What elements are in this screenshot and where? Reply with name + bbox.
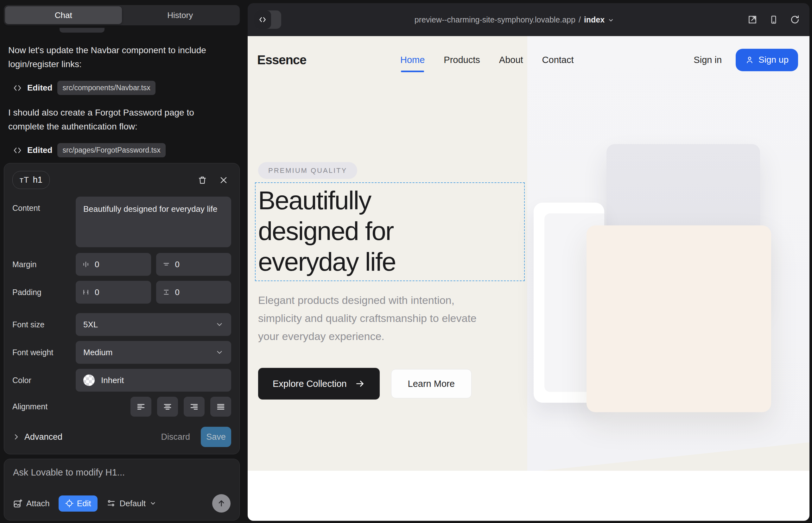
file-chip[interactable]: src/components/Navbar.tsx — [57, 81, 155, 95]
font-size-label: Font size — [12, 320, 76, 329]
align-justify-icon — [216, 402, 226, 412]
chevron-down-icon — [215, 320, 224, 329]
nav-link-contact[interactable]: Contact — [542, 55, 574, 65]
advanced-toggle[interactable]: Advanced — [12, 432, 161, 442]
padding-horizontal-icon — [82, 288, 90, 296]
refresh-icon — [790, 15, 800, 25]
color-label: Color — [12, 376, 76, 385]
explore-collection-button[interactable]: Explore Collection — [258, 368, 380, 399]
send-button[interactable] — [212, 494, 231, 512]
chevron-right-icon — [12, 433, 20, 441]
chevron-down-icon — [149, 500, 156, 507]
color-swatch-transparent — [83, 375, 95, 386]
site-viewport: Essence Home Products About Contact Sign… — [248, 36, 810, 521]
element-editor-panel: ᴛT h1 Content Beautifully designed for e… — [4, 163, 240, 454]
mobile-view-button[interactable] — [769, 15, 778, 25]
padding-y-input[interactable]: 0 — [156, 281, 231, 304]
tab-history[interactable]: History — [122, 6, 239, 24]
decorative-wedge — [541, 442, 810, 471]
margin-label: Margin — [12, 260, 76, 269]
code-view-toggle[interactable] — [254, 11, 281, 29]
open-in-new-tab-button[interactable] — [747, 15, 758, 25]
chat-composer: Attach Edit Default — [4, 459, 240, 521]
premium-quality-badge: PREMIUM QUALITY — [258, 162, 357, 179]
code-icon — [13, 146, 22, 155]
font-weight-label: Font weight — [12, 348, 76, 357]
font-weight-select[interactable]: Medium — [76, 341, 231, 364]
delete-element-button[interactable] — [198, 175, 207, 185]
edit-mode-button[interactable]: Edit — [58, 495, 98, 511]
nav-link-about[interactable]: About — [499, 55, 523, 65]
url-bar[interactable]: preview--charming-site-symphony.lovable.… — [281, 15, 747, 24]
align-center-icon — [163, 402, 172, 412]
discard-button[interactable]: Discard — [161, 432, 190, 442]
hero-section: Essence Home Products About Contact Sign… — [248, 36, 810, 471]
align-right-button[interactable] — [184, 397, 205, 417]
padding-x-input[interactable]: 0 — [76, 281, 151, 304]
content-label: Content — [12, 197, 76, 213]
align-left-button[interactable] — [130, 397, 152, 417]
scrolled-file-chip-partial — [59, 28, 105, 33]
edited-file-row: Edited src/pages/ForgotPassword.tsx — [13, 143, 240, 157]
nav-link-home[interactable]: Home — [400, 55, 425, 65]
external-link-icon — [747, 15, 758, 25]
target-icon — [65, 499, 74, 508]
alignment-label: Alignment — [12, 402, 76, 411]
code-icon — [13, 83, 22, 93]
attach-image-icon — [13, 499, 22, 508]
file-chip[interactable]: src/pages/ForgotPassword.tsx — [57, 143, 165, 157]
margin-x-input[interactable]: 0 — [76, 253, 151, 276]
close-editor-button[interactable] — [219, 176, 228, 184]
url-domain: preview--charming-site-symphony.lovable.… — [414, 15, 576, 24]
font-size-select[interactable]: 5XL — [76, 313, 231, 336]
chevron-down-icon — [608, 17, 614, 23]
preview-browser-frame: preview--charming-site-symphony.lovable.… — [248, 3, 810, 521]
align-left-icon — [136, 402, 146, 412]
chat-history-tabs: Chat History — [4, 5, 240, 25]
align-justify-button[interactable] — [210, 397, 231, 417]
arrow-up-icon — [217, 499, 226, 508]
chevron-down-icon — [215, 348, 224, 357]
hero-heading[interactable]: Beautifully designed for everyday life — [258, 185, 395, 277]
default-mode-button[interactable]: Default — [106, 499, 156, 508]
edited-label: Edited — [27, 83, 52, 93]
margin-horizontal-icon — [82, 260, 90, 268]
learn-more-button[interactable]: Learn More — [391, 369, 472, 398]
margin-vertical-icon — [162, 260, 170, 268]
chat-message: Now let's update the Navbar component to… — [8, 43, 224, 71]
code-icon — [254, 11, 271, 29]
sign-in-link[interactable]: Sign in — [693, 55, 722, 65]
close-icon — [219, 176, 228, 184]
composer-input[interactable] — [13, 467, 231, 478]
attach-button[interactable]: Attach — [13, 499, 50, 508]
decorative-card-peach — [586, 226, 771, 412]
color-select[interactable]: Inherit — [76, 369, 231, 392]
edited-label: Edited — [27, 145, 52, 155]
selected-element-pill[interactable]: ᴛT h1 — [12, 171, 50, 189]
hero-description: Elegant products designed with intention… — [258, 291, 499, 345]
padding-label: Padding — [12, 288, 76, 297]
element-tag: h1 — [33, 175, 42, 185]
user-icon — [745, 55, 754, 64]
margin-y-input[interactable]: 0 — [156, 253, 231, 276]
refresh-button[interactable] — [790, 15, 800, 25]
sign-up-button[interactable]: Sign up — [736, 49, 798, 71]
padding-vertical-icon — [162, 288, 170, 296]
left-panel: Chat History Now let's update the Navbar… — [0, 0, 244, 523]
site-navbar: Essence Home Products About Contact Sign… — [248, 36, 810, 84]
save-button[interactable]: Save — [201, 427, 231, 447]
smartphone-icon — [769, 15, 778, 25]
content-input[interactable]: Beautifully designed for everyday life — [76, 197, 231, 247]
tab-chat[interactable]: Chat — [5, 6, 122, 24]
url-separator: / — [579, 15, 581, 24]
site-logo[interactable]: Essence — [257, 53, 306, 67]
sliders-icon — [106, 499, 116, 508]
nav-link-products[interactable]: Products — [444, 55, 480, 65]
browser-chrome-bar: preview--charming-site-symphony.lovable.… — [248, 3, 810, 36]
lovable-app: Chat History Now let's update the Navbar… — [0, 0, 812, 523]
align-right-icon — [189, 402, 199, 412]
url-page: index — [584, 15, 604, 24]
arrow-right-icon — [355, 379, 365, 389]
align-center-button[interactable] — [157, 397, 178, 417]
trash-icon — [198, 175, 207, 185]
